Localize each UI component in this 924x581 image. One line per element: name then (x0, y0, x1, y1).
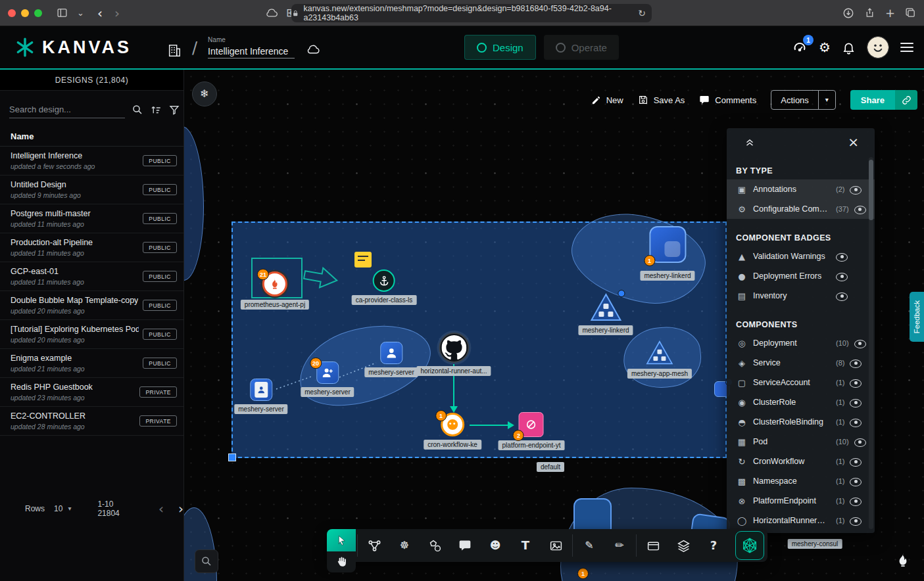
layers-tool-button[interactable] (668, 529, 698, 562)
pen-tool-button[interactable]: ✏ (604, 529, 635, 562)
next-page-button[interactable]: › (178, 502, 183, 515)
tab-operate[interactable]: Operate (544, 35, 619, 60)
pencil-tool-button[interactable]: ✎ (574, 529, 604, 562)
node-meshery-server-service[interactable]: meshery-server (364, 342, 418, 377)
comment-annotation-icon[interactable] (354, 252, 372, 267)
sidebar-chevron-icon[interactable]: ⌄ (77, 9, 84, 17)
visibility-eye-icon[interactable] (854, 204, 866, 215)
address-bar[interactable]: kanvas.new/extension/meshmap?mode=design… (291, 4, 652, 22)
panel-item-deployment-errors[interactable]: ● Deployment Errors (727, 266, 875, 286)
shapes-tool-button[interactable] (420, 529, 450, 562)
panel-item-cronworkflow[interactable]: ↻ CronWorkflow (1) (727, 452, 875, 471)
node-meshery-app-mesh[interactable]: meshery-app-mesh (627, 340, 692, 379)
github-icon[interactable] (439, 333, 469, 363)
tab-design[interactable]: Design (464, 35, 536, 60)
design-list-item[interactable]: Production-alt Pipelineupdated 11 minute… (0, 233, 183, 262)
save-as-button[interactable]: Save As (638, 95, 685, 105)
layout-snowflake-button[interactable]: ❄ (192, 81, 217, 106)
prometheus-icon[interactable]: 21 (262, 271, 287, 296)
rows-caret-icon[interactable]: ▾ (68, 505, 71, 512)
design-list-item[interactable]: [Tutorial] Exploring Kubernetes Podupdat… (0, 320, 183, 349)
sort-icon[interactable] (150, 104, 162, 116)
kanvas-logo[interactable]: KANVAS (14, 37, 132, 58)
organization-icon[interactable] (167, 43, 182, 58)
icloud-tab-icon[interactable] (264, 8, 279, 18)
design-list-item[interactable]: Redis PHP Guestbookupdated 23 minutes ag… (0, 378, 183, 407)
platform-endpoint-icon[interactable]: 2 (519, 412, 544, 437)
node-platform-endpoint[interactable]: 2 platform-endpoint-yt (498, 412, 565, 450)
serviceaccount-card-icon[interactable] (250, 379, 272, 401)
node-horizontal-runner[interactable]: horizontal-runner-aut... (416, 333, 491, 376)
visibility-eye-icon[interactable] (850, 184, 862, 195)
panel-item-inventory[interactable]: ▤ Inventory (727, 286, 875, 306)
performance-gauge-icon[interactable]: 1 (792, 39, 808, 55)
close-panel-icon[interactable]: × (848, 135, 859, 149)
panel-scrollbar-thumb[interactable] (869, 160, 873, 220)
node-meshery-linkerd-deployment[interactable]: 1 meshery-linkerd (640, 226, 694, 281)
visibility-eye-icon[interactable] (850, 456, 862, 467)
panel-item-clusterrole[interactable]: ◉ ClusterRole (1) (727, 392, 875, 412)
help-tool-button[interactable]: ? (698, 529, 729, 562)
node-prometheus-agent[interactable]: 21 prometheus-agent-pj (241, 271, 309, 310)
comment-annotation[interactable] (354, 252, 372, 267)
visibility-eye-icon[interactable] (836, 251, 848, 262)
settings-gear-icon[interactable]: ⚙ (819, 41, 831, 54)
cron-workflow-icon[interactable]: 1 (441, 413, 464, 436)
browser-sidebar-toggle-icon[interactable] (57, 7, 68, 18)
panel-item-serviceaccount[interactable]: ▢ ServiceAccount (1) (727, 373, 875, 392)
visibility-eye-icon[interactable] (850, 496, 862, 507)
new-design-button[interactable]: New (591, 95, 623, 105)
share-button[interactable]: Share (850, 90, 917, 110)
select-tool-button[interactable] (327, 529, 356, 551)
panel-item-clusterrolebinding[interactable]: ◓ ClusterRoleBinding (1) (727, 412, 875, 432)
relationship-tool-button[interactable] (359, 529, 389, 562)
feedback-tab[interactable]: Feedback (910, 292, 924, 342)
visibility-eye-icon[interactable] (836, 271, 848, 282)
design-list-item[interactable]: Double Bubble Map Template-copyupdated 2… (0, 291, 183, 320)
node-ca-provider[interactable]: ca-provider-class-ls (352, 269, 417, 305)
panel-item-platformendpoint[interactable]: ⊗ PlatformEndpoint (1) (727, 491, 875, 511)
panel-item-annotations[interactable]: ▣ Annotations (2) (727, 179, 875, 199)
visibility-eye-icon[interactable] (850, 476, 862, 487)
node-cron-workflow[interactable]: 1 cron-workflow-ke (424, 413, 481, 450)
panel-item-namespace[interactable]: ▩ Namespace (1) (727, 471, 875, 491)
window-close-button[interactable] (8, 9, 16, 17)
search-design-input[interactable] (9, 101, 125, 118)
visibility-eye-icon[interactable] (850, 515, 862, 526)
new-tab-button[interactable]: + (885, 7, 895, 19)
zoom-button[interactable] (195, 549, 218, 573)
visibility-eye-icon[interactable] (854, 338, 866, 349)
card-tool-button[interactable] (638, 529, 668, 562)
hamburger-menu-icon[interactable] (900, 43, 913, 52)
panel-item-configurable-components[interactable]: ⚙ Configurable Components (37) (727, 199, 875, 219)
node-meshery-server-serviceaccount[interactable]: meshery-server (234, 379, 287, 414)
visibility-eye-icon[interactable] (850, 377, 862, 388)
window-zoom-button[interactable] (34, 9, 42, 17)
tab-switcher-icon[interactable] (905, 7, 916, 18)
visibility-eye-icon[interactable] (850, 358, 862, 369)
window-minimize-button[interactable] (21, 9, 29, 17)
sticker-tool-button[interactable]: ☻ (480, 529, 510, 562)
panel-item-deployment[interactable]: ◎ Deployment (10) (727, 333, 875, 353)
user-avatar[interactable] (867, 36, 889, 58)
actions-dropdown-caret[interactable]: ▾ (818, 91, 835, 109)
panel-item-pod[interactable]: ▦ Pod (10) (727, 432, 875, 452)
panel-item-validation-warnings[interactable]: ▲ Validation Warnings (727, 246, 875, 266)
visibility-eye-icon[interactable] (850, 397, 862, 408)
comment-tool-button[interactable] (450, 529, 480, 562)
search-icon[interactable] (132, 104, 143, 116)
copy-link-icon[interactable] (895, 90, 917, 110)
selection-resize-handle[interactable] (228, 453, 236, 461)
node-meshery-linkerd-pods[interactable]: meshery-linkerd (578, 293, 633, 335)
linkerd-pods-icon[interactable] (590, 293, 621, 322)
design-canvas[interactable]: 21 prometheus-agent-pj ca-provider-class… (184, 70, 924, 581)
designs-column-header[interactable]: Name (0, 126, 183, 147)
design-list-item[interactable]: GCP-east-01updated 11 minutes ago PUBLIC (0, 262, 183, 291)
filter-icon[interactable] (168, 104, 180, 116)
visibility-eye-icon[interactable] (836, 290, 848, 302)
panel-item-service[interactable]: ◈ Service (8) (727, 353, 875, 373)
notifications-bell-icon[interactable] (842, 41, 856, 55)
anchor-icon[interactable] (373, 269, 395, 292)
linkerd-deployment-icon[interactable]: 1 (649, 226, 686, 263)
design-list-item[interactable]: EC2-CONTROLLERupdated 28 minutes ago PRI… (0, 407, 183, 436)
